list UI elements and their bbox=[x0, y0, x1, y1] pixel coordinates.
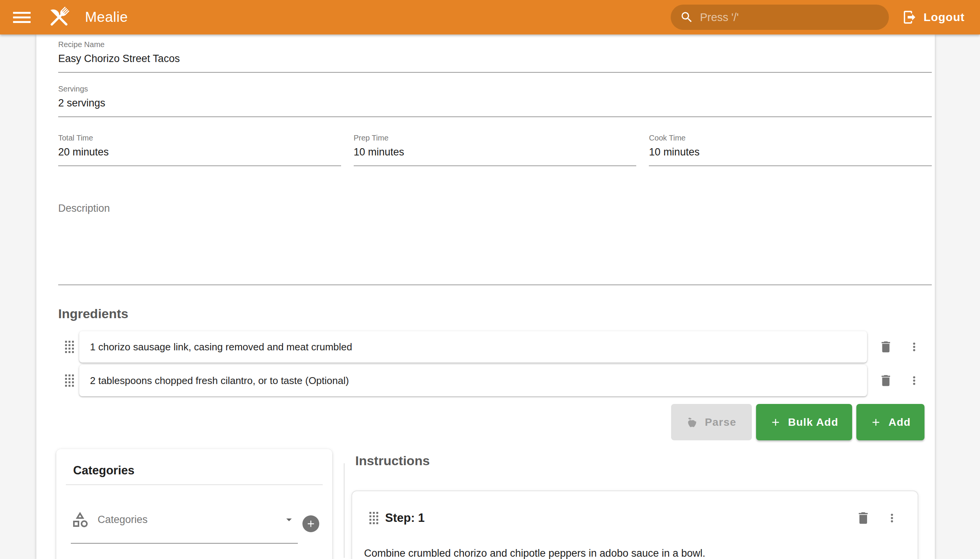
trash-icon bbox=[879, 340, 893, 354]
prep-time-label: Prep Time bbox=[354, 133, 636, 142]
ingredient-row: 2 tablespoons chopped fresh cilantro, or… bbox=[58, 365, 932, 396]
chevron-down-icon[interactable] bbox=[283, 513, 296, 526]
drag-handle-icon[interactable] bbox=[369, 512, 378, 524]
ingredient-input[interactable]: 1 chorizo sausage link, casing removed a… bbox=[79, 331, 867, 362]
total-time-label: Total Time bbox=[58, 133, 341, 142]
mealie-logo bbox=[46, 4, 72, 30]
ingredient-text: 1 chorizo sausage link, casing removed a… bbox=[90, 341, 352, 353]
kebab-icon bbox=[908, 374, 921, 387]
total-time-input[interactable]: 20 minutes bbox=[58, 142, 341, 166]
categories-title: Categories bbox=[56, 449, 332, 478]
step-text-input[interactable]: Combine crumbled chorizo and chipotle pe… bbox=[364, 546, 899, 559]
servings-input[interactable]: 2 servings bbox=[58, 93, 932, 117]
plus-icon bbox=[306, 518, 316, 529]
menu-icon bbox=[13, 12, 31, 14]
app-bar: Mealie Logout bbox=[0, 0, 980, 35]
delete-ingredient-button[interactable] bbox=[877, 340, 895, 354]
search-input[interactable] bbox=[700, 11, 880, 24]
description-label: Description bbox=[58, 184, 932, 214]
parse-label: Parse bbox=[705, 416, 736, 428]
servings-field[interactable]: Servings 2 servings bbox=[58, 84, 932, 117]
cook-time-field[interactable]: Cook Time 10 minutes bbox=[649, 133, 932, 166]
instructions-column: Instructions Step: 1 bbox=[345, 449, 932, 559]
add-ingredient-button[interactable]: Add bbox=[856, 404, 924, 440]
bottom-section: Categories Categories bbox=[58, 449, 932, 559]
add-label: Add bbox=[889, 416, 911, 428]
description-field[interactable]: Description bbox=[58, 184, 932, 285]
menu-icon bbox=[13, 21, 31, 23]
recipe-name-field[interactable]: Recipe Name Easy Chorizo Street Tacos bbox=[58, 40, 932, 73]
kebab-icon bbox=[886, 511, 899, 524]
recipe-form-card: Recipe Name Easy Chorizo Street Tacos Se… bbox=[36, 35, 935, 559]
parse-button[interactable]: Parse bbox=[671, 404, 752, 440]
categories-select[interactable]: Categories bbox=[71, 510, 298, 544]
ingredient-menu-button[interactable] bbox=[905, 374, 923, 387]
ingredient-menu-button[interactable] bbox=[905, 341, 923, 353]
categories-divider bbox=[66, 485, 323, 485]
ingredient-list: 1 chorizo sausage link, casing removed a… bbox=[58, 331, 932, 396]
cook-time-label: Cook Time bbox=[649, 133, 932, 142]
total-time-field[interactable]: Total Time 20 minutes bbox=[58, 133, 341, 166]
add-category-button[interactable] bbox=[302, 515, 319, 532]
delete-step-button[interactable] bbox=[856, 510, 871, 526]
menu-button[interactable] bbox=[12, 7, 32, 28]
kebab-icon bbox=[908, 341, 921, 353]
logout-icon bbox=[902, 10, 917, 25]
menu-icon bbox=[13, 17, 31, 18]
trash-icon bbox=[856, 510, 871, 526]
categories-card: Categories Categories bbox=[56, 449, 332, 559]
step-menu-button[interactable] bbox=[886, 511, 899, 524]
apple-icon bbox=[686, 417, 698, 428]
logout-label: Logout bbox=[923, 11, 965, 24]
prep-time-input[interactable]: 10 minutes bbox=[354, 142, 636, 166]
bulk-add-label: Bulk Add bbox=[788, 416, 838, 428]
ingredient-input[interactable]: 2 tablespoons chopped fresh cilantro, or… bbox=[79, 365, 867, 396]
ingredients-heading: Ingredients bbox=[58, 305, 932, 322]
trash-icon bbox=[879, 373, 893, 388]
logout-button[interactable]: Logout bbox=[902, 10, 965, 25]
instructions-heading: Instructions bbox=[355, 452, 932, 469]
plus-icon bbox=[870, 417, 882, 428]
bulk-add-button[interactable]: Bulk Add bbox=[756, 404, 852, 440]
ingredient-actions: Parse Bulk Add Add bbox=[58, 404, 932, 440]
recipe-name-input[interactable]: Easy Chorizo Street Tacos bbox=[58, 49, 932, 73]
times-row: Total Time 20 minutes Prep Time 10 minut… bbox=[58, 133, 932, 166]
categories-select-label: Categories bbox=[98, 514, 283, 526]
categories-select-row: Categories bbox=[56, 510, 332, 544]
ingredient-text: 2 tablespoons chopped fresh cilantro, or… bbox=[90, 375, 349, 387]
plus-icon bbox=[770, 417, 781, 428]
step-header: Step: 1 bbox=[364, 510, 899, 526]
app-title: Mealie bbox=[85, 9, 128, 25]
drag-handle-icon[interactable] bbox=[65, 374, 74, 387]
search-icon bbox=[680, 10, 694, 24]
ingredient-row: 1 chorizo sausage link, casing removed a… bbox=[58, 331, 932, 362]
search-bar[interactable] bbox=[671, 5, 889, 30]
cook-time-input[interactable]: 10 minutes bbox=[649, 142, 932, 166]
step-card: Step: 1 bbox=[351, 490, 918, 559]
delete-ingredient-button[interactable] bbox=[877, 373, 895, 388]
recipe-edit-page: Mealie Logout Recipe Name Easy Chorizo S… bbox=[0, 0, 980, 559]
servings-label: Servings bbox=[58, 84, 932, 93]
drag-handle-icon[interactable] bbox=[65, 341, 74, 353]
shapes-icon bbox=[71, 510, 89, 529]
recipe-name-label: Recipe Name bbox=[58, 40, 932, 49]
step-title: Step: 1 bbox=[385, 511, 425, 525]
prep-time-field[interactable]: Prep Time 10 minutes bbox=[354, 133, 636, 166]
